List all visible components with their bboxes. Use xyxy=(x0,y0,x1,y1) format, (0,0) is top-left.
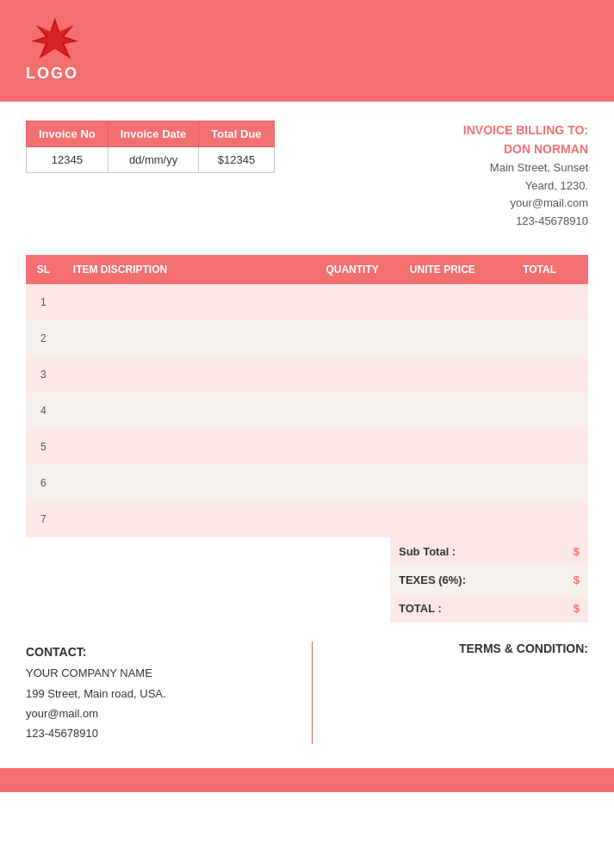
contact-address: 199 Street, Main road, USA. xyxy=(26,684,166,704)
billing-email: your@mail.com xyxy=(463,195,588,213)
terms-block: TERMS & CONDITION: xyxy=(459,642,588,655)
info-section: Invoice No Invoice Date Total Due 12345 … xyxy=(0,102,614,239)
th-qty: QUANTITY xyxy=(311,255,394,284)
row-total xyxy=(491,501,588,537)
billing-address2: Yeard, 1230. xyxy=(463,177,588,195)
totals-table: Sub Total : $ TEXES (6%): $ TOTAL : $ xyxy=(390,537,588,623)
table-row: 3 xyxy=(26,356,588,393)
row-desc xyxy=(61,465,311,501)
contact-title: CONTACT: xyxy=(26,642,166,663)
row-total xyxy=(491,284,588,320)
row-qty xyxy=(311,429,394,465)
billing-info: INVOICE BILLING TO: DON NORMAN Main Stre… xyxy=(463,121,588,231)
row-sl: 4 xyxy=(26,393,61,429)
row-qty xyxy=(311,356,394,393)
subtotal-label: Sub Total : xyxy=(390,537,521,566)
invoice-no-value: 12345 xyxy=(27,147,109,173)
table-row: 6 xyxy=(26,465,588,501)
contact-email: your@mail.om xyxy=(26,704,166,723)
col-total-due: Total Due xyxy=(199,121,274,147)
row-price xyxy=(394,320,491,356)
total-label: TOTAL : xyxy=(390,594,521,623)
table-row: 2 xyxy=(26,320,588,356)
row-desc xyxy=(61,356,311,393)
subtotal-row: Sub Total : $ xyxy=(390,537,588,566)
contact-block: CONTACT: YOUR COMPANY NAME 199 Street, M… xyxy=(26,642,166,744)
table-row: 1 xyxy=(26,284,588,320)
contact-company: YOUR COMPANY NAME xyxy=(26,663,166,683)
col-invoice-no: Invoice No xyxy=(27,121,109,147)
billing-phone: 123-45678910 xyxy=(463,213,588,231)
row-qty xyxy=(311,465,394,501)
items-table: SL ITEM DISCRIPTION QUANTITY UNITE PRICE… xyxy=(26,255,588,537)
row-total xyxy=(491,320,588,356)
logo-text: LOGO xyxy=(26,65,78,83)
row-total xyxy=(491,393,588,429)
row-desc xyxy=(61,501,311,537)
subtotal-value: $ xyxy=(521,537,588,566)
table-row: 7 xyxy=(26,501,588,537)
th-desc: ITEM DISCRIPTION xyxy=(61,255,311,284)
row-desc xyxy=(61,393,311,429)
row-sl: 1 xyxy=(26,284,61,320)
row-sl: 2 xyxy=(26,320,61,356)
row-total xyxy=(491,465,588,501)
contact-divider xyxy=(312,642,313,744)
total-value: $ xyxy=(521,594,588,623)
row-desc xyxy=(61,320,311,356)
total-due-value: $12345 xyxy=(199,147,274,173)
row-price xyxy=(394,501,491,537)
row-qty xyxy=(311,284,394,320)
bottom-bar xyxy=(0,768,614,792)
row-total xyxy=(491,429,588,465)
table-row: 4 xyxy=(26,393,588,429)
tax-value: $ xyxy=(521,566,588,594)
row-sl: 3 xyxy=(26,356,61,393)
tax-label: TEXES (6%): xyxy=(390,566,521,594)
row-sl: 6 xyxy=(26,465,61,501)
th-total: TOTAL xyxy=(491,255,588,284)
row-qty xyxy=(311,393,394,429)
row-total xyxy=(491,356,588,393)
col-invoice-date: Invoice Date xyxy=(108,121,199,147)
row-price xyxy=(394,465,491,501)
tax-row: TEXES (6%): $ xyxy=(390,566,588,594)
row-desc xyxy=(61,284,311,320)
th-sl: SL xyxy=(26,255,61,284)
items-section: SL ITEM DISCRIPTION QUANTITY UNITE PRICE… xyxy=(0,239,614,537)
totals-section: Sub Total : $ TEXES (6%): $ TOTAL : $ xyxy=(0,537,614,623)
contact-phone: 123-45678910 xyxy=(26,723,166,743)
row-sl: 5 xyxy=(26,429,61,465)
row-sl: 7 xyxy=(26,501,61,537)
logo-icon xyxy=(27,16,78,63)
row-qty xyxy=(311,320,394,356)
row-qty xyxy=(311,501,394,537)
th-price: UNITE PRICE xyxy=(394,255,491,284)
invoice-date-value: dd/mm/yy xyxy=(108,147,199,173)
terms-title: TERMS & CONDITION: xyxy=(459,642,588,655)
row-price xyxy=(394,393,491,429)
logo-area: LOGO xyxy=(26,16,78,83)
invoice-meta: Invoice No Invoice Date Total Due 12345 … xyxy=(26,121,275,173)
table-row: 5 xyxy=(26,429,588,465)
footer-section: CONTACT: YOUR COMPANY NAME 199 Street, M… xyxy=(0,623,614,753)
billing-address1: Main Street, Sunset xyxy=(463,159,588,177)
row-price xyxy=(394,429,491,465)
total-row: TOTAL : $ xyxy=(390,594,588,623)
header: LOGO xyxy=(0,0,614,102)
billing-title: INVOICE BILLING TO: xyxy=(463,121,588,140)
row-price xyxy=(394,284,491,320)
billing-name: DON NORMAN xyxy=(463,140,588,158)
row-desc xyxy=(61,429,311,465)
row-price xyxy=(394,356,491,393)
